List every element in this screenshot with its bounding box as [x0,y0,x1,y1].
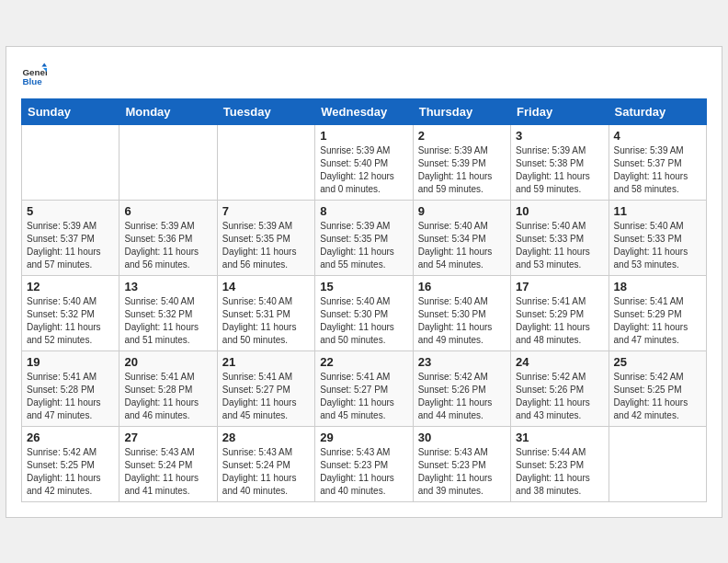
day-info: Sunrise: 5:39 AMSunset: 5:38 PMDaylight:… [516,144,603,196]
svg-text:Blue: Blue [22,76,42,86]
day-info: Sunrise: 5:40 AMSunset: 5:30 PMDaylight:… [320,295,407,347]
day-number: 11 [614,204,701,218]
weekday-header-sunday: Sunday [22,98,119,124]
svg-marker-2 [41,63,47,66]
logo: General Blue [21,62,47,87]
day-info: Sunrise: 5:41 AMSunset: 5:29 PMDaylight:… [614,295,701,347]
day-info: Sunrise: 5:41 AMSunset: 5:29 PMDaylight:… [516,295,603,347]
day-number: 31 [516,431,603,444]
day-info: Sunrise: 5:40 AMSunset: 5:31 PMDaylight:… [222,295,310,347]
day-info: Sunrise: 5:40 AMSunset: 5:33 PMDaylight:… [516,220,603,271]
weekday-header-friday: Friday [511,98,609,124]
calendar-cell: 26Sunrise: 5:42 AMSunset: 5:25 PMDayligh… [22,426,119,501]
day-info: Sunrise: 5:39 AMSunset: 5:37 PMDaylight:… [614,144,701,196]
calendar-cell: 21Sunrise: 5:41 AMSunset: 5:27 PMDayligh… [217,350,314,426]
calendar-container: General Blue SundayMondayTuesdayWednesda… [6,46,722,518]
day-number: 14 [222,280,310,293]
day-number: 19 [27,355,114,369]
weekday-header-wednesday: Wednesday [315,98,413,124]
calendar-cell: 8Sunrise: 5:39 AMSunset: 5:35 PMDaylight… [315,200,413,275]
calendar-cell: 6Sunrise: 5:39 AMSunset: 5:36 PMDaylight… [119,200,217,275]
day-number: 6 [124,204,211,218]
calendar-cell: 16Sunrise: 5:40 AMSunset: 5:30 PMDayligh… [413,275,510,350]
calendar-cell: 12Sunrise: 5:40 AMSunset: 5:32 PMDayligh… [22,275,119,350]
day-number: 24 [516,355,603,369]
day-info: Sunrise: 5:41 AMSunset: 5:27 PMDaylight:… [222,371,310,422]
calendar-week-5: 26Sunrise: 5:42 AMSunset: 5:25 PMDayligh… [22,426,707,501]
calendar-cell [609,426,706,501]
day-number: 29 [320,431,407,444]
day-info: Sunrise: 5:43 AMSunset: 5:24 PMDaylight:… [222,446,310,498]
weekday-header-saturday: Saturday [609,98,706,124]
day-info: Sunrise: 5:43 AMSunset: 5:23 PMDaylight:… [418,446,506,498]
day-info: Sunrise: 5:39 AMSunset: 5:37 PMDaylight:… [27,220,114,271]
day-number: 23 [418,355,506,369]
day-number: 12 [27,280,114,293]
day-number: 22 [320,355,407,369]
day-info: Sunrise: 5:41 AMSunset: 5:27 PMDaylight:… [320,371,407,422]
day-info: Sunrise: 5:40 AMSunset: 5:32 PMDaylight:… [27,295,114,347]
calendar-cell: 2Sunrise: 5:39 AMSunset: 5:39 PMDaylight… [413,124,510,200]
calendar-cell: 22Sunrise: 5:41 AMSunset: 5:27 PMDayligh… [315,350,413,426]
weekday-header-tuesday: Tuesday [217,98,314,124]
calendar-cell: 19Sunrise: 5:41 AMSunset: 5:28 PMDayligh… [22,350,119,426]
calendar-cell [119,124,217,200]
day-number: 3 [516,129,603,143]
day-info: Sunrise: 5:39 AMSunset: 5:35 PMDaylight:… [222,220,310,271]
header: General Blue [21,62,707,87]
calendar-week-1: 1Sunrise: 5:39 AMSunset: 5:40 PMDaylight… [22,124,707,200]
calendar-table: SundayMondayTuesdayWednesdayThursdayFrid… [21,98,707,502]
weekday-header-thursday: Thursday [413,98,510,124]
day-info: Sunrise: 5:41 AMSunset: 5:28 PMDaylight:… [124,371,211,422]
calendar-cell: 27Sunrise: 5:43 AMSunset: 5:24 PMDayligh… [119,426,217,501]
calendar-cell: 23Sunrise: 5:42 AMSunset: 5:26 PMDayligh… [413,350,510,426]
day-number: 25 [614,355,701,369]
calendar-cell: 4Sunrise: 5:39 AMSunset: 5:37 PMDaylight… [609,124,706,200]
calendar-week-2: 5Sunrise: 5:39 AMSunset: 5:37 PMDaylight… [22,200,707,275]
calendar-cell: 5Sunrise: 5:39 AMSunset: 5:37 PMDaylight… [22,200,119,275]
day-number: 21 [222,355,310,369]
weekday-header-row: SundayMondayTuesdayWednesdayThursdayFrid… [22,98,707,124]
calendar-cell: 18Sunrise: 5:41 AMSunset: 5:29 PMDayligh… [609,275,706,350]
day-number: 20 [124,355,211,369]
day-number: 16 [418,280,506,293]
day-info: Sunrise: 5:40 AMSunset: 5:30 PMDaylight:… [418,295,506,347]
calendar-cell: 17Sunrise: 5:41 AMSunset: 5:29 PMDayligh… [511,275,609,350]
calendar-cell: 14Sunrise: 5:40 AMSunset: 5:31 PMDayligh… [217,275,314,350]
calendar-cell: 20Sunrise: 5:41 AMSunset: 5:28 PMDayligh… [119,350,217,426]
day-info: Sunrise: 5:39 AMSunset: 5:36 PMDaylight:… [124,220,211,271]
calendar-cell: 30Sunrise: 5:43 AMSunset: 5:23 PMDayligh… [413,426,510,501]
day-number: 15 [320,280,407,293]
calendar-cell: 24Sunrise: 5:42 AMSunset: 5:26 PMDayligh… [511,350,609,426]
calendar-cell: 11Sunrise: 5:40 AMSunset: 5:33 PMDayligh… [609,200,706,275]
day-number: 1 [320,129,407,143]
day-info: Sunrise: 5:39 AMSunset: 5:40 PMDaylight:… [320,144,407,196]
day-info: Sunrise: 5:43 AMSunset: 5:23 PMDaylight:… [320,446,407,498]
calendar-cell: 3Sunrise: 5:39 AMSunset: 5:38 PMDaylight… [511,124,609,200]
calendar-cell: 13Sunrise: 5:40 AMSunset: 5:32 PMDayligh… [119,275,217,350]
day-number: 9 [418,204,506,218]
day-number: 7 [222,204,310,218]
calendar-cell: 10Sunrise: 5:40 AMSunset: 5:33 PMDayligh… [511,200,609,275]
day-info: Sunrise: 5:44 AMSunset: 5:23 PMDaylight:… [516,446,603,498]
day-info: Sunrise: 5:42 AMSunset: 5:26 PMDaylight:… [418,371,506,422]
calendar-cell: 28Sunrise: 5:43 AMSunset: 5:24 PMDayligh… [217,426,314,501]
day-number: 8 [320,204,407,218]
day-number: 28 [222,431,310,444]
calendar-cell [217,124,314,200]
day-info: Sunrise: 5:40 AMSunset: 5:34 PMDaylight:… [418,220,506,271]
day-info: Sunrise: 5:42 AMSunset: 5:25 PMDaylight:… [614,371,701,422]
day-info: Sunrise: 5:41 AMSunset: 5:28 PMDaylight:… [27,371,114,422]
day-number: 10 [516,204,603,218]
day-info: Sunrise: 5:40 AMSunset: 5:32 PMDaylight:… [124,295,211,347]
calendar-cell: 31Sunrise: 5:44 AMSunset: 5:23 PMDayligh… [511,426,609,501]
calendar-cell [22,124,119,200]
calendar-week-4: 19Sunrise: 5:41 AMSunset: 5:28 PMDayligh… [22,350,707,426]
day-number: 18 [614,280,701,293]
day-number: 17 [516,280,603,293]
day-number: 5 [27,204,114,218]
calendar-cell: 9Sunrise: 5:40 AMSunset: 5:34 PMDaylight… [413,200,510,275]
day-info: Sunrise: 5:39 AMSunset: 5:39 PMDaylight:… [418,144,506,196]
day-info: Sunrise: 5:39 AMSunset: 5:35 PMDaylight:… [320,220,407,271]
day-info: Sunrise: 5:43 AMSunset: 5:24 PMDaylight:… [124,446,211,498]
